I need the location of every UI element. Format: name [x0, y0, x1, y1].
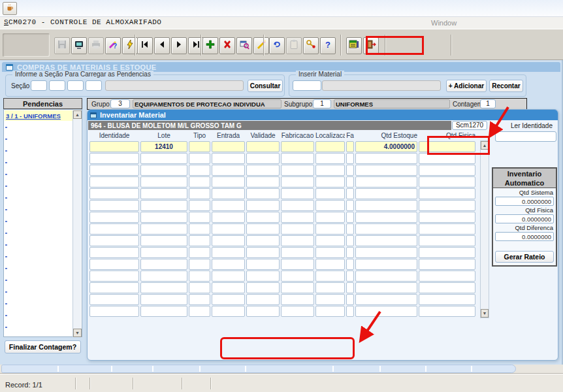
- cell-entrada: [212, 212, 245, 223]
- modal-title-bar[interactable]: Inventariar Material: [88, 110, 558, 120]
- pendencias-list: 3 / 1 - UNIFORMES ▲ ▼: [3, 109, 82, 337]
- ler-identidade-input[interactable]: [495, 131, 556, 142]
- save-button[interactable]: [54, 37, 70, 54]
- item-header-bar: 964 - BLUSA DE MOLETOM M/L GROSSO TAM G: [88, 121, 451, 130]
- cell-entrada[interactable]: [212, 141, 245, 152]
- table-row: [89, 176, 479, 188]
- grupo-value-field[interactable]: 3: [110, 99, 130, 108]
- cell-qtd-fisica[interactable]: [419, 141, 475, 152]
- secao-input-2[interactable]: [49, 80, 65, 91]
- enter-query-button[interactable]: [236, 37, 252, 54]
- consultar-button[interactable]: Consultar: [248, 80, 283, 92]
- menu-window[interactable]: Window: [431, 19, 457, 27]
- cell-identidade[interactable]: [89, 141, 139, 152]
- cell-localizacao: [315, 223, 345, 235]
- inv-auto-value-0[interactable]: 0.0000000: [495, 197, 554, 206]
- cell-fabricacao: [281, 282, 314, 293]
- cell-tipo: [189, 165, 210, 176]
- recontar-button[interactable]: Recontar: [489, 80, 523, 92]
- cell-localizacao: [315, 270, 345, 282]
- inventariar-material-window: Inventariar Material 964 - BLUSA DE MOLE…: [87, 109, 558, 361]
- grid-scroll-down-icon[interactable]: ▼: [481, 309, 489, 318]
- cell-localizacao: [315, 247, 345, 258]
- clipboard-button[interactable]: [286, 37, 302, 54]
- pendencias-scrollbar[interactable]: ▲ ▼: [72, 110, 81, 337]
- secao-input-3[interactable]: [67, 80, 84, 91]
- cell-lote[interactable]: 12410: [140, 141, 187, 152]
- applet-button[interactable]: [3, 2, 17, 15]
- inv-auto-label-2: Qtd Diferenca: [493, 223, 556, 231]
- modal-window-icon: [90, 112, 97, 118]
- cell-tipo[interactable]: [189, 141, 210, 152]
- cell-qtd-estoque: [355, 306, 417, 317]
- cell-validade: [246, 306, 280, 317]
- help-button[interactable]: ?: [320, 37, 336, 54]
- finalizar-contagem-button[interactable]: Finalizar Contagem?: [5, 340, 81, 353]
- menu-button[interactable]: [346, 37, 362, 54]
- inv-auto-value-2[interactable]: 0.0000000: [495, 232, 554, 241]
- pendencias-empty-row: [5, 275, 72, 286]
- contagem-value-field[interactable]: 1: [480, 99, 496, 108]
- pendencias-empty-row: [5, 299, 72, 310]
- cell-fabricacao: [281, 153, 314, 164]
- cell-localizacao[interactable]: [315, 141, 345, 152]
- insert-record-button[interactable]: [202, 37, 218, 54]
- cell-fabricacao: [281, 176, 314, 188]
- keys-button[interactable]: [303, 37, 319, 54]
- inv-auto-value-1[interactable]: 0.0000000: [495, 214, 554, 223]
- nav-first-button[interactable]: [137, 37, 153, 54]
- column-header-qtd-fisica: Qtd Fisica: [419, 132, 475, 140]
- scroll-up-icon[interactable]: ▲: [73, 110, 82, 119]
- gerar-rateio-button[interactable]: Gerar Rateio: [495, 251, 554, 263]
- exit-button[interactable]: [363, 37, 379, 54]
- cell-tipo: [189, 153, 210, 164]
- subgrupo-value-field[interactable]: 1: [313, 99, 331, 108]
- cell-validade: [246, 247, 280, 258]
- screen-button[interactable]: [71, 37, 87, 54]
- cell-lote: [140, 270, 187, 282]
- cell-validade: [246, 282, 280, 293]
- cell-identidade: [89, 282, 139, 293]
- table-row: [89, 223, 479, 235]
- grid-scroll-up-icon[interactable]: ▲: [481, 141, 489, 150]
- print-button[interactable]: [88, 37, 104, 54]
- cell-qtd-fisica: [419, 270, 475, 282]
- cell-validade[interactable]: [246, 141, 280, 152]
- nav-next-button[interactable]: [171, 37, 187, 54]
- nav-prev-button[interactable]: [154, 37, 170, 54]
- pendencias-item[interactable]: 3 / 1 - UNIFORMES: [5, 110, 72, 121]
- help-annotate-button[interactable]: ?: [105, 37, 121, 54]
- secao-input-1[interactable]: [31, 80, 47, 91]
- cell-qtd-estoque: [355, 212, 417, 223]
- delete-record-button[interactable]: [219, 37, 235, 54]
- inventory-grid: IdentidadeLoteTipoEntradaValidadeFabrica…: [89, 132, 479, 318]
- scroll-down-icon[interactable]: ▼: [73, 329, 82, 337]
- hstrip-separator: [471, 366, 472, 372]
- help-annotate-icon: ?: [108, 39, 118, 52]
- column-header-validade: Validade: [246, 132, 280, 140]
- insert-record-icon: [205, 39, 216, 52]
- grupo-label: Grupo: [91, 101, 110, 108]
- delete-record-icon: [222, 39, 233, 52]
- cell-fabricacao: [281, 235, 314, 246]
- execute-query-button[interactable]: [253, 37, 269, 54]
- grid-scrollbar[interactable]: ▲ ▼: [480, 140, 489, 318]
- cell-fa[interactable]: [346, 141, 354, 152]
- cell-localizacao: [315, 282, 345, 293]
- secao-groupbox: Informe a Seção Para Carregar as Pendenc…: [5, 74, 285, 97]
- cell-qtd-estoque[interactable]: 4.0000000: [355, 141, 417, 152]
- undo-button[interactable]: [269, 37, 285, 54]
- cell-fa: [346, 294, 354, 305]
- cell-lote: [140, 188, 187, 199]
- nav-last-icon: [191, 39, 201, 52]
- secao-input-4[interactable]: [86, 80, 102, 91]
- inserir-material-code-input[interactable]: [293, 80, 321, 91]
- toolbar-separator: [263, 35, 265, 56]
- column-header-entrada: Entrada: [212, 132, 245, 140]
- hstrip-separator: [245, 366, 246, 372]
- horizontal-scrollbar[interactable]: [1, 365, 516, 373]
- cell-fabricacao[interactable]: [281, 141, 314, 152]
- pendencias-empty-row: [5, 240, 72, 251]
- adicionar-button[interactable]: + Adicionar: [446, 80, 487, 92]
- cell-tipo: [189, 270, 210, 282]
